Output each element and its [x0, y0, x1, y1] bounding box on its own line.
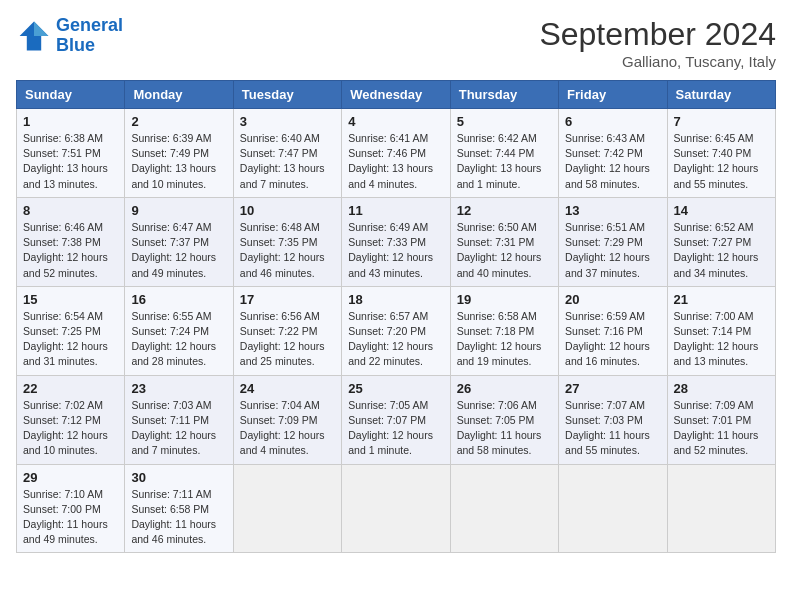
day-number: 1 — [23, 114, 118, 129]
calendar-cell: 6Sunrise: 6:43 AM Sunset: 7:42 PM Daylig… — [559, 109, 667, 198]
calendar-cell: 9Sunrise: 6:47 AM Sunset: 7:37 PM Daylig… — [125, 197, 233, 286]
day-info: Sunrise: 6:56 AM Sunset: 7:22 PM Dayligh… — [240, 309, 335, 370]
day-number: 24 — [240, 381, 335, 396]
calendar-cell: 1Sunrise: 6:38 AM Sunset: 7:51 PM Daylig… — [17, 109, 125, 198]
day-number: 4 — [348, 114, 443, 129]
calendar-cell — [342, 464, 450, 553]
day-info: Sunrise: 6:41 AM Sunset: 7:46 PM Dayligh… — [348, 131, 443, 192]
calendar-cell: 17Sunrise: 6:56 AM Sunset: 7:22 PM Dayli… — [233, 286, 341, 375]
day-info: Sunrise: 6:43 AM Sunset: 7:42 PM Dayligh… — [565, 131, 660, 192]
day-info: Sunrise: 6:46 AM Sunset: 7:38 PM Dayligh… — [23, 220, 118, 281]
day-number: 26 — [457, 381, 552, 396]
day-number: 23 — [131, 381, 226, 396]
calendar-week-row: 8Sunrise: 6:46 AM Sunset: 7:38 PM Daylig… — [17, 197, 776, 286]
calendar-cell — [667, 464, 775, 553]
day-info: Sunrise: 7:10 AM Sunset: 7:00 PM Dayligh… — [23, 487, 118, 548]
calendar-cell: 8Sunrise: 6:46 AM Sunset: 7:38 PM Daylig… — [17, 197, 125, 286]
day-info: Sunrise: 6:54 AM Sunset: 7:25 PM Dayligh… — [23, 309, 118, 370]
logo: General Blue — [16, 16, 123, 56]
day-number: 29 — [23, 470, 118, 485]
day-info: Sunrise: 6:47 AM Sunset: 7:37 PM Dayligh… — [131, 220, 226, 281]
calendar-cell: 11Sunrise: 6:49 AM Sunset: 7:33 PM Dayli… — [342, 197, 450, 286]
day-header-saturday: Saturday — [667, 81, 775, 109]
day-info: Sunrise: 6:38 AM Sunset: 7:51 PM Dayligh… — [23, 131, 118, 192]
day-number: 13 — [565, 203, 660, 218]
page-header: General Blue September 2024 Galliano, Tu… — [16, 16, 776, 70]
day-number: 17 — [240, 292, 335, 307]
title-block: September 2024 Galliano, Tuscany, Italy — [539, 16, 776, 70]
day-info: Sunrise: 6:55 AM Sunset: 7:24 PM Dayligh… — [131, 309, 226, 370]
day-number: 7 — [674, 114, 769, 129]
calendar-week-row: 22Sunrise: 7:02 AM Sunset: 7:12 PM Dayli… — [17, 375, 776, 464]
day-number: 8 — [23, 203, 118, 218]
day-number: 9 — [131, 203, 226, 218]
day-info: Sunrise: 6:48 AM Sunset: 7:35 PM Dayligh… — [240, 220, 335, 281]
day-number: 11 — [348, 203, 443, 218]
calendar-cell: 29Sunrise: 7:10 AM Sunset: 7:00 PM Dayli… — [17, 464, 125, 553]
day-number: 2 — [131, 114, 226, 129]
day-info: Sunrise: 7:11 AM Sunset: 6:58 PM Dayligh… — [131, 487, 226, 548]
day-info: Sunrise: 7:04 AM Sunset: 7:09 PM Dayligh… — [240, 398, 335, 459]
day-number: 19 — [457, 292, 552, 307]
calendar-cell: 30Sunrise: 7:11 AM Sunset: 6:58 PM Dayli… — [125, 464, 233, 553]
day-header-monday: Monday — [125, 81, 233, 109]
calendar-cell: 2Sunrise: 6:39 AM Sunset: 7:49 PM Daylig… — [125, 109, 233, 198]
day-number: 25 — [348, 381, 443, 396]
day-info: Sunrise: 6:42 AM Sunset: 7:44 PM Dayligh… — [457, 131, 552, 192]
calendar-cell: 7Sunrise: 6:45 AM Sunset: 7:40 PM Daylig… — [667, 109, 775, 198]
calendar-cell: 13Sunrise: 6:51 AM Sunset: 7:29 PM Dayli… — [559, 197, 667, 286]
day-info: Sunrise: 6:50 AM Sunset: 7:31 PM Dayligh… — [457, 220, 552, 281]
day-header-friday: Friday — [559, 81, 667, 109]
day-info: Sunrise: 7:05 AM Sunset: 7:07 PM Dayligh… — [348, 398, 443, 459]
calendar-cell: 14Sunrise: 6:52 AM Sunset: 7:27 PM Dayli… — [667, 197, 775, 286]
day-number: 27 — [565, 381, 660, 396]
svg-marker-1 — [34, 21, 48, 35]
day-info: Sunrise: 6:57 AM Sunset: 7:20 PM Dayligh… — [348, 309, 443, 370]
calendar-week-row: 1Sunrise: 6:38 AM Sunset: 7:51 PM Daylig… — [17, 109, 776, 198]
day-number: 18 — [348, 292, 443, 307]
day-header-sunday: Sunday — [17, 81, 125, 109]
day-info: Sunrise: 7:00 AM Sunset: 7:14 PM Dayligh… — [674, 309, 769, 370]
calendar-header-row: SundayMondayTuesdayWednesdayThursdayFrid… — [17, 81, 776, 109]
calendar-cell: 21Sunrise: 7:00 AM Sunset: 7:14 PM Dayli… — [667, 286, 775, 375]
calendar-cell — [233, 464, 341, 553]
day-info: Sunrise: 7:06 AM Sunset: 7:05 PM Dayligh… — [457, 398, 552, 459]
calendar-cell: 26Sunrise: 7:06 AM Sunset: 7:05 PM Dayli… — [450, 375, 558, 464]
calendar-cell: 27Sunrise: 7:07 AM Sunset: 7:03 PM Dayli… — [559, 375, 667, 464]
day-info: Sunrise: 6:39 AM Sunset: 7:49 PM Dayligh… — [131, 131, 226, 192]
day-number: 21 — [674, 292, 769, 307]
day-info: Sunrise: 6:52 AM Sunset: 7:27 PM Dayligh… — [674, 220, 769, 281]
logo-icon — [16, 18, 52, 54]
calendar-cell: 24Sunrise: 7:04 AM Sunset: 7:09 PM Dayli… — [233, 375, 341, 464]
calendar-cell — [559, 464, 667, 553]
calendar-cell: 5Sunrise: 6:42 AM Sunset: 7:44 PM Daylig… — [450, 109, 558, 198]
day-number: 10 — [240, 203, 335, 218]
calendar-cell: 25Sunrise: 7:05 AM Sunset: 7:07 PM Dayli… — [342, 375, 450, 464]
day-header-tuesday: Tuesday — [233, 81, 341, 109]
day-number: 3 — [240, 114, 335, 129]
day-info: Sunrise: 6:51 AM Sunset: 7:29 PM Dayligh… — [565, 220, 660, 281]
day-header-wednesday: Wednesday — [342, 81, 450, 109]
day-info: Sunrise: 7:09 AM Sunset: 7:01 PM Dayligh… — [674, 398, 769, 459]
day-info: Sunrise: 6:59 AM Sunset: 7:16 PM Dayligh… — [565, 309, 660, 370]
day-info: Sunrise: 7:03 AM Sunset: 7:11 PM Dayligh… — [131, 398, 226, 459]
day-info: Sunrise: 7:02 AM Sunset: 7:12 PM Dayligh… — [23, 398, 118, 459]
day-number: 28 — [674, 381, 769, 396]
calendar-cell: 23Sunrise: 7:03 AM Sunset: 7:11 PM Dayli… — [125, 375, 233, 464]
day-info: Sunrise: 6:45 AM Sunset: 7:40 PM Dayligh… — [674, 131, 769, 192]
day-number: 12 — [457, 203, 552, 218]
calendar-cell: 18Sunrise: 6:57 AM Sunset: 7:20 PM Dayli… — [342, 286, 450, 375]
day-info: Sunrise: 6:49 AM Sunset: 7:33 PM Dayligh… — [348, 220, 443, 281]
calendar-cell: 19Sunrise: 6:58 AM Sunset: 7:18 PM Dayli… — [450, 286, 558, 375]
day-number: 20 — [565, 292, 660, 307]
calendar-cell: 28Sunrise: 7:09 AM Sunset: 7:01 PM Dayli… — [667, 375, 775, 464]
day-number: 15 — [23, 292, 118, 307]
location: Galliano, Tuscany, Italy — [539, 53, 776, 70]
day-info: Sunrise: 6:40 AM Sunset: 7:47 PM Dayligh… — [240, 131, 335, 192]
calendar-cell: 10Sunrise: 6:48 AM Sunset: 7:35 PM Dayli… — [233, 197, 341, 286]
calendar-week-row: 29Sunrise: 7:10 AM Sunset: 7:00 PM Dayli… — [17, 464, 776, 553]
day-number: 5 — [457, 114, 552, 129]
calendar-cell: 22Sunrise: 7:02 AM Sunset: 7:12 PM Dayli… — [17, 375, 125, 464]
day-number: 30 — [131, 470, 226, 485]
logo-text: General Blue — [56, 16, 123, 56]
